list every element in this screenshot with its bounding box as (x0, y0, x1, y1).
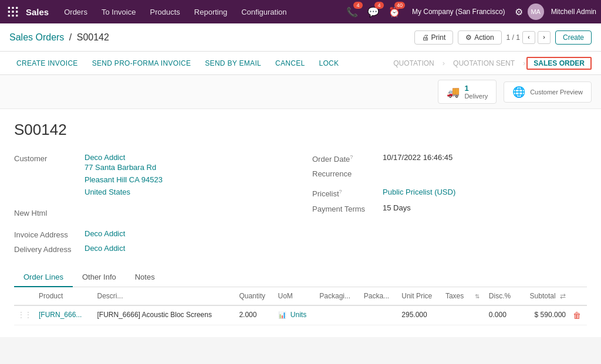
col-quantity: Quantity (235, 287, 274, 305)
status-quotation[interactable]: QUOTATION (386, 57, 441, 70)
row-taxes (442, 305, 472, 325)
nav-icons: 📞 4 💬 4 ⏰ 40 My Company (San Francisco) … (344, 4, 596, 20)
main-form: S00142 Customer Deco Addict 77 Santa Bar… (0, 109, 601, 337)
breadcrumb-parent[interactable]: Sales Orders (9, 32, 64, 42)
invoice-address-row: Invoice Address Deco Addict (14, 227, 289, 241)
svg-rect-0 (8, 7, 10, 9)
status-quotation-sent[interactable]: QUOTATION SENT (446, 57, 522, 70)
customer-address-line1: 77 Santa Barbara Rd (85, 162, 163, 174)
row-product-name: [FURN_6666] Acoustic Bloc Screens (94, 305, 236, 325)
svg-rect-2 (16, 7, 18, 9)
customer-name[interactable]: Deco Addict (85, 153, 163, 162)
col-description: Descri... (94, 287, 236, 305)
order-date-value[interactable]: 10/17/2022 16:46:45 (383, 153, 453, 162)
app-name[interactable]: Sales (26, 7, 49, 17)
company-name[interactable]: My Company (San Francisco) (407, 8, 510, 16)
form-left: Customer Deco Addict 77 Santa Barbara Rd… (14, 151, 289, 256)
col-product: Product (35, 287, 94, 305)
customer-label: Customer (14, 153, 85, 163)
row-disc-value[interactable]: 0.000 (485, 305, 519, 325)
delivery-label: Delivery (464, 93, 488, 100)
nav-products[interactable]: Products (144, 5, 185, 19)
svg-rect-4 (12, 11, 13, 12)
col-unit-price: Unit Price (398, 287, 442, 305)
chat-icon[interactable]: 💬 4 (365, 4, 381, 20)
col-packaging-desc: Packagi... (316, 287, 360, 305)
recurrence-row: Recurrence (312, 166, 587, 181)
print-button[interactable]: 🖨 Print (414, 30, 454, 45)
lock-button[interactable]: LOCK (312, 55, 346, 72)
phone-icon[interactable]: 📞 4 (344, 4, 360, 20)
form-right: Order Date? 10/17/2022 16:46:45 Recurren… (312, 151, 587, 256)
pricelist-row: Pricelist? Public Pricelist (USD) (312, 185, 587, 200)
clock-icon[interactable]: ⏰ 40 (386, 4, 403, 20)
settings-icon[interactable]: ⚙ (515, 6, 523, 18)
action-button[interactable]: ⚙ Action (458, 30, 501, 45)
delivery-address-label: Delivery Address (14, 244, 85, 254)
send-proforma-button[interactable]: SEND PRO-FORMA INVOICE (85, 55, 198, 72)
row-unit-price[interactable]: 295.000 (398, 305, 442, 325)
status-sales-order[interactable]: SALES ORDER (526, 57, 592, 70)
breadcrumb: Sales Orders / S00142 (9, 32, 109, 43)
row-uom: 📊 Units (275, 305, 316, 325)
row-subtotal: $ 590.000 (519, 305, 569, 325)
page: Sales Orders To Invoice Products Reporti… (0, 0, 601, 364)
nav-reporting[interactable]: Reporting (188, 5, 233, 19)
top-navigation: Sales Orders To Invoice Products Reporti… (0, 0, 601, 23)
avatar[interactable]: MA (528, 4, 544, 20)
gear-icon: ⚙ (465, 33, 472, 42)
order-date-label: Order Date? (312, 153, 383, 164)
pricelist-value[interactable]: Public Pricelist (USD) (383, 188, 455, 196)
svg-rect-6 (8, 15, 10, 16)
tab-other-info[interactable]: Other Info (73, 268, 126, 287)
row-packaging (360, 305, 399, 325)
tabs-bar: Order Lines Other Info Notes (14, 268, 587, 287)
nav-configuration[interactable]: Configuration (235, 5, 292, 19)
customer-preview-button[interactable]: 🌐 Customer Preview (504, 81, 592, 103)
svg-rect-1 (12, 7, 13, 9)
delivery-button[interactable]: 🚚 1 Delivery (438, 80, 497, 104)
payment-terms-value[interactable]: 15 Days (383, 203, 411, 212)
recurrence-label: Recurrence (312, 168, 383, 178)
sort-icon[interactable]: ⇅ (475, 293, 480, 300)
order-title: S00142 (14, 121, 587, 139)
create-button[interactable]: Create (555, 30, 592, 45)
prev-page-button[interactable]: ‹ (522, 31, 535, 44)
status-arrow-2: › (523, 59, 525, 67)
nav-orders[interactable]: Orders (58, 5, 93, 19)
invoice-address-value[interactable]: Deco Addict (85, 229, 125, 238)
delivery-address-row: Delivery Address Deco Addict (14, 241, 289, 256)
row-disc (471, 305, 485, 325)
customer-field-row: Customer Deco Addict 77 Santa Barbara Rd… (14, 151, 289, 200)
order-date-help[interactable]: ? (350, 154, 353, 160)
svg-rect-5 (16, 11, 18, 12)
tab-order-lines[interactable]: Order Lines (14, 268, 73, 287)
order-lines-table-container: Product Descri... Quantity UoM Packagi..… (14, 287, 587, 325)
order-lines-table: Product Descri... Quantity UoM Packagi..… (14, 287, 587, 325)
cancel-button[interactable]: CANCEL (268, 55, 312, 72)
drag-handle[interactable]: ⋮⋮ (18, 311, 32, 319)
customer-address-line3: United States (85, 186, 163, 199)
apps-menu-icon[interactable] (5, 4, 21, 20)
send-email-button[interactable]: SEND BY EMAIL (198, 55, 268, 72)
tab-notes[interactable]: Notes (126, 268, 164, 287)
pricelist-help[interactable]: ? (339, 189, 342, 195)
delete-row-icon[interactable]: 🗑 (573, 311, 581, 320)
nav-to-invoice[interactable]: To Invoice (96, 5, 142, 19)
delivery-count: 1 (464, 84, 468, 93)
payment-terms-label: Payment Terms (312, 203, 383, 213)
action-bar: CREATE INVOICE SEND PRO-FORMA INVOICE SE… (0, 52, 601, 75)
payment-terms-row: Payment Terms 15 Days (312, 201, 587, 216)
delivery-address-value[interactable]: Deco Addict (85, 244, 125, 253)
smart-buttons: 🚚 1 Delivery 🌐 Customer Preview (0, 75, 601, 109)
create-invoice-button[interactable]: CREATE INVOICE (9, 55, 85, 72)
row-product-code[interactable]: [FURN_666... (35, 305, 94, 325)
row-quantity[interactable]: 2.000 (235, 305, 274, 325)
pricelist-label: Pricelist? (312, 188, 383, 198)
col-disc: Disc.% (485, 287, 519, 305)
breadcrumb-actions: 🖨 Print ⚙ Action 1 / 1 ‹ › Create (414, 30, 592, 45)
subtotal-settings-icon[interactable]: ⇄ (560, 292, 566, 300)
status-steps: QUOTATION › QUOTATION SENT › SALES ORDER (386, 57, 592, 70)
next-page-button[interactable]: › (538, 31, 551, 44)
col-packaging: Packa... (360, 287, 399, 305)
